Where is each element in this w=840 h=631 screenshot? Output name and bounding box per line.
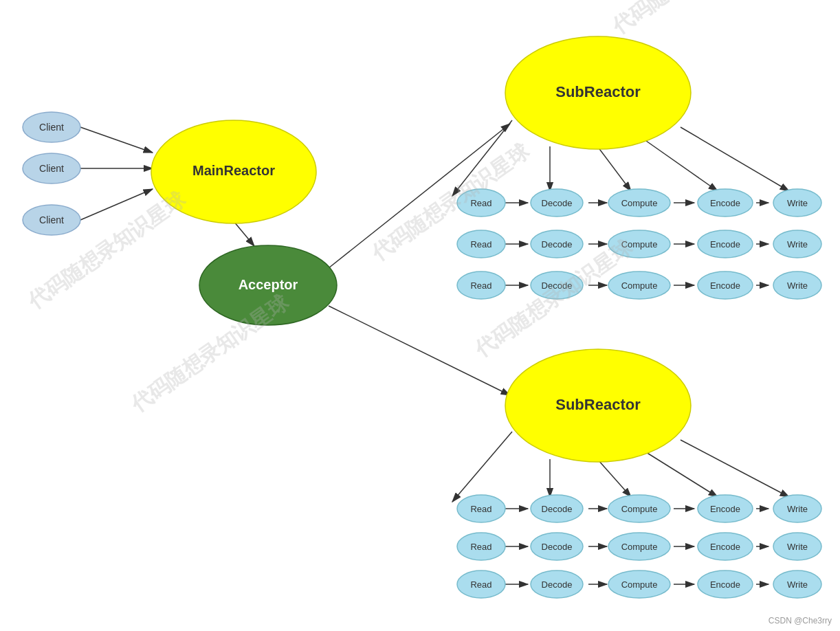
task-write-2-2-label: Write <box>787 542 808 552</box>
client-label-1: Client <box>39 122 64 133</box>
task-decode-2-3-label: Decode <box>542 579 573 590</box>
task-compute-2-3-label: Compute <box>621 579 658 590</box>
task-compute-2-1-label: Compute <box>621 504 658 514</box>
task-write-2-1-label: Write <box>787 504 808 514</box>
task-write-2-3-label: Write <box>787 579 808 590</box>
watermark-2: 代码随想录知识星球 <box>126 290 294 417</box>
task-encode-1-3-label: Encode <box>710 280 740 291</box>
task-read-1-2-label: Read <box>470 239 491 250</box>
task-read-2-3-label: Read <box>470 579 491 590</box>
task-compute-2-2-label: Compute <box>621 542 658 552</box>
arrow-sr2-c1 <box>598 460 631 497</box>
credit-text: CSDN @Che3rry <box>769 616 832 626</box>
task-decode-1-2-label: Decode <box>542 239 573 250</box>
diagram: Client Client Client MainReactor Accepto… <box>0 0 840 631</box>
arrow-mr-acc <box>234 221 254 246</box>
client-label-2: Client <box>39 163 64 174</box>
arrow-sr2-e1 <box>646 452 718 497</box>
arrow-sr2-r1 <box>452 432 512 502</box>
task-compute-1-3-label: Compute <box>621 280 658 291</box>
arrow-sr1-c1 <box>598 147 631 191</box>
task-decode-2-1-label: Decode <box>542 504 573 514</box>
task-encode-1-1-label: Encode <box>710 198 740 208</box>
task-compute-1-1-label: Compute <box>621 198 658 208</box>
watermark-5: 代码随想录知识星球 <box>608 0 775 38</box>
sub-reactor-2-label: SubReactor <box>555 396 641 413</box>
sub-reactor-1-label: SubReactor <box>555 83 641 100</box>
arrow-sr1-e1 <box>646 141 718 191</box>
task-read-1-3-label: Read <box>470 280 491 291</box>
arrow-sr2-w1 <box>681 440 789 497</box>
task-encode-2-1-label: Encode <box>710 504 740 514</box>
arrow-sr1-w1 <box>681 127 789 191</box>
watermark-3: 代码随想录知识星球 <box>367 139 534 265</box>
task-write-1-1-label: Write <box>787 198 808 208</box>
task-write-1-2-label: Write <box>787 239 808 250</box>
task-read-2-1-label: Read <box>470 504 491 514</box>
acceptor-label: Acceptor <box>239 277 298 292</box>
task-read-1-1-label: Read <box>470 198 491 208</box>
main-reactor-label: MainReactor <box>192 163 275 178</box>
task-encode-1-2-label: Encode <box>710 239 740 250</box>
task-decode-1-1-label: Decode <box>542 198 573 208</box>
client-label-3: Client <box>39 214 64 225</box>
task-decode-2-2-label: Decode <box>542 542 573 552</box>
arrow-c1-mr <box>80 127 153 153</box>
task-encode-2-2-label: Encode <box>710 542 740 552</box>
task-encode-2-3-label: Encode <box>710 579 740 590</box>
task-write-1-3-label: Write <box>787 280 808 291</box>
task-read-2-2-label: Read <box>470 542 491 552</box>
